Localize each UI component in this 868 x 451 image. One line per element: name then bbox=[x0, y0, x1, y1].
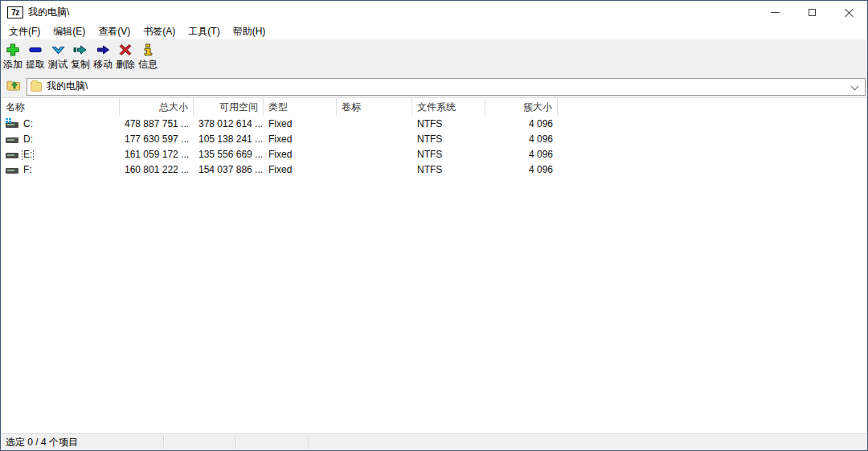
address-path: 我的电脑\ bbox=[47, 80, 88, 93]
maximize-icon bbox=[809, 9, 816, 16]
fs-cell: NTFS bbox=[412, 133, 485, 145]
table-row[interactable]: D: 177 630 597 ... 105 138 241 ... Fixed… bbox=[1, 131, 867, 146]
extract-minus-icon bbox=[28, 43, 43, 56]
drive-icon bbox=[6, 164, 19, 174]
caption-buttons bbox=[756, 1, 867, 23]
table-row[interactable]: C: 478 887 751 ... 378 012 614 ... Fixed… bbox=[1, 116, 867, 131]
total-size-cell: 478 887 751 ... bbox=[120, 118, 194, 129]
type-cell: Fixed bbox=[264, 133, 337, 145]
cluster-cell: 4 096 bbox=[485, 149, 558, 160]
toolbar-label: 复制 bbox=[71, 58, 90, 72]
list-header: 名称 总大小 可用空间 类型 卷标 文件系统 簇大小 bbox=[1, 98, 867, 116]
total-size-cell: 177 630 597 ... bbox=[120, 133, 194, 145]
file-list: 名称 总大小 可用空间 类型 卷标 文件系统 簇大小 C: 478 887 75… bbox=[1, 97, 867, 433]
column-header-label[interactable]: 卷标 bbox=[337, 98, 412, 116]
status-bar: 选定 0 / 4 个项目 bbox=[1, 433, 867, 450]
free-space-cell: 135 556 669 ... bbox=[194, 149, 264, 160]
menu-bookmarks[interactable]: 书签(A) bbox=[137, 23, 182, 40]
drive-name-cell: C: bbox=[1, 118, 120, 129]
folder-icon bbox=[31, 82, 42, 92]
fs-cell: NTFS bbox=[412, 149, 485, 160]
drive-label: F: bbox=[23, 164, 32, 175]
free-space-cell: 105 138 241 ... bbox=[194, 133, 264, 145]
column-header-total[interactable]: 总大小 bbox=[120, 98, 194, 116]
add-plus-icon bbox=[6, 43, 20, 56]
menu-help[interactable]: 帮助(H) bbox=[227, 23, 272, 40]
column-header-cluster[interactable]: 簇大小 bbox=[485, 98, 558, 116]
test-check-icon bbox=[51, 43, 65, 56]
address-bar: 我的电脑\ bbox=[1, 76, 867, 97]
toolbar-label: 测试 bbox=[48, 58, 68, 72]
title-bar: 7z 我的电脑\ bbox=[1, 1, 867, 23]
drive-label: D: bbox=[23, 133, 33, 145]
statusbar-divider bbox=[309, 436, 309, 449]
window-title: 我的电脑\ bbox=[28, 6, 69, 19]
toolbar-label: 添加 bbox=[3, 58, 23, 72]
drive-label: C: bbox=[23, 118, 33, 129]
cluster-cell: 4 096 bbox=[485, 118, 558, 129]
maximize-button[interactable] bbox=[793, 1, 830, 23]
drive-name-cell: F: bbox=[1, 164, 120, 175]
toolbar-label: 信息 bbox=[138, 58, 158, 72]
fs-cell: NTFS bbox=[412, 164, 485, 175]
drive-icon bbox=[6, 133, 19, 144]
close-icon bbox=[845, 8, 854, 17]
menu-tools[interactable]: 工具(T) bbox=[182, 23, 226, 40]
column-header-free[interactable]: 可用空间 bbox=[194, 98, 264, 116]
total-size-cell: 161 059 172 ... bbox=[120, 149, 194, 160]
toolbar-label: 移动 bbox=[93, 58, 113, 72]
cluster-cell: 4 096 bbox=[485, 133, 558, 145]
minimize-icon bbox=[771, 12, 780, 13]
toolbar-label: 提取 bbox=[26, 58, 45, 72]
copy-arrow-icon bbox=[73, 43, 88, 56]
table-row[interactable]: E: 161 059 172 ... 135 556 669 ... Fixed… bbox=[1, 146, 867, 162]
test-button[interactable]: 测试 bbox=[47, 43, 69, 72]
copy-button[interactable]: 复制 bbox=[69, 43, 92, 72]
chevron-down-icon[interactable] bbox=[852, 84, 858, 90]
menu-bar: 文件(F) 编辑(E) 查看(V) 书签(A) 工具(T) 帮助(H) bbox=[1, 23, 867, 39]
drive-name-cell: E: bbox=[1, 149, 120, 160]
folder-up-icon bbox=[6, 79, 21, 94]
info-button[interactable]: 信息 bbox=[137, 43, 159, 72]
total-size-cell: 160 801 222 ... bbox=[120, 164, 194, 175]
add-button[interactable]: 添加 bbox=[2, 43, 24, 72]
column-header-fs[interactable]: 文件系统 bbox=[412, 98, 485, 116]
column-header-name[interactable]: 名称 bbox=[1, 98, 120, 116]
close-button[interactable] bbox=[830, 1, 867, 23]
minimize-button[interactable] bbox=[756, 1, 793, 23]
type-cell: Fixed bbox=[264, 118, 337, 129]
delete-x-icon bbox=[118, 43, 133, 56]
address-combobox[interactable]: 我的电脑\ bbox=[27, 78, 866, 96]
move-arrow-icon bbox=[96, 43, 110, 56]
free-space-cell: 154 037 886 ... bbox=[194, 164, 264, 175]
system-drive-icon bbox=[6, 118, 19, 129]
drive-label-focused: E: bbox=[23, 149, 32, 160]
fs-cell: NTFS bbox=[412, 118, 485, 129]
7zip-window: 7z 我的电脑\ 文件(F) 编辑(E) 查看(V) 书签(A) 工具(T) 帮… bbox=[0, 0, 868, 451]
type-cell: Fixed bbox=[264, 149, 337, 160]
free-space-cell: 378 012 614 ... bbox=[194, 118, 264, 129]
extract-button[interactable]: 提取 bbox=[24, 43, 47, 72]
statusbar-divider bbox=[235, 436, 236, 449]
app-icon: 7z bbox=[7, 6, 23, 18]
statusbar-divider bbox=[163, 436, 164, 449]
move-button[interactable]: 移动 bbox=[92, 43, 114, 72]
menu-view[interactable]: 查看(V) bbox=[92, 23, 137, 40]
info-icon bbox=[141, 43, 155, 56]
drive-icon bbox=[6, 149, 19, 159]
drive-name-cell: D: bbox=[1, 133, 120, 145]
cluster-cell: 4 096 bbox=[485, 164, 558, 175]
toolbar: 添加 提取 测试 复制 移动 bbox=[1, 39, 867, 76]
menu-edit[interactable]: 编辑(E) bbox=[47, 23, 92, 40]
column-header-type[interactable]: 类型 bbox=[264, 98, 337, 116]
toolbar-label: 删除 bbox=[116, 58, 135, 72]
selection-status: 选定 0 / 4 个项目 bbox=[1, 436, 78, 449]
table-row[interactable]: F: 160 801 222 ... 154 037 886 ... Fixed… bbox=[1, 162, 867, 177]
delete-button[interactable]: 删除 bbox=[114, 43, 137, 72]
type-cell: Fixed bbox=[264, 164, 337, 175]
menu-file[interactable]: 文件(F) bbox=[2, 23, 47, 40]
up-level-button[interactable] bbox=[3, 77, 24, 96]
